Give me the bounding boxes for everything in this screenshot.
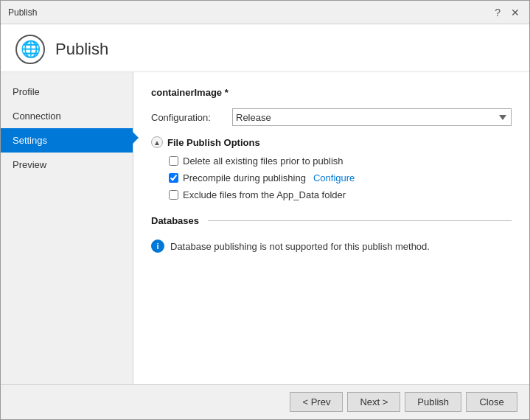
dialog-footer: < Prev Next > Publish Close [1,384,529,419]
sidebar-item-connection[interactable]: Connection [1,104,133,128]
title-bar-right: ? ✕ [492,7,522,18]
title-bar-title: Publish [8,7,37,18]
configuration-row: Configuration: Release Debug [151,108,512,126]
checkbox-exclude[interactable] [169,190,178,200]
configuration-label: Configuration: [151,112,232,123]
checkbox-exclude-label: Exclude files from the App_Data folder [183,189,346,200]
configure-link[interactable]: Configure [313,172,355,183]
sidebar-item-settings[interactable]: Settings [1,128,133,153]
info-icon: i [151,239,164,253]
collapse-icon: ▲ [151,136,163,148]
info-text: Database publishing is not supported for… [170,241,430,252]
title-bar: Publish ? ✕ [1,1,529,24]
publish-dialog: Publish ? ✕ 🌐 Publish Profile Connection… [0,0,530,420]
checkbox-precompile-label: Precompile during publishing [183,172,306,183]
checkbox-precompile[interactable] [169,173,178,183]
checkbox-delete-label: Delete all existing files prior to publi… [183,155,344,167]
next-button[interactable]: Next > [347,392,400,412]
checkbox-exclude-row: Exclude files from the App_Data folder [151,189,512,200]
globe-icon: 🌐 [15,35,45,64]
content-area: containerImage * Configuration: Release … [133,72,529,384]
close-button[interactable]: Close [466,392,517,412]
configuration-select[interactable]: Release Debug [232,108,512,126]
checkbox-delete[interactable] [169,156,178,166]
title-bar-left: Publish [8,7,37,18]
dialog-header: 🌐 Publish [1,24,529,72]
file-publish-options-label: File Publish Options [167,137,260,148]
sidebar: Profile Connection Settings Preview [1,72,133,384]
checkbox-delete-row: Delete all existing files prior to publi… [151,155,512,167]
databases-title: Databases [151,215,199,226]
databases-section: Databases i Database publishing is not s… [151,215,512,256]
info-row: i Database publishing is not supported f… [151,237,512,256]
sidebar-item-profile[interactable]: Profile [1,80,133,104]
databases-header: Databases [151,215,512,226]
publish-button[interactable]: Publish [405,392,461,412]
section-title: containerImage * [151,87,512,98]
close-window-button[interactable]: ✕ [509,7,522,18]
checkbox-precompile-row: Precompile during publishing Configure [151,172,512,183]
dialog-body: Profile Connection Settings Preview cont… [1,72,529,384]
sidebar-item-preview[interactable]: Preview [1,153,133,177]
help-button[interactable]: ? [492,7,503,18]
databases-divider [208,220,512,221]
prev-button[interactable]: < Prev [290,392,343,412]
file-publish-options-header[interactable]: ▲ File Publish Options [151,136,512,148]
dialog-title: Publish [55,40,108,59]
